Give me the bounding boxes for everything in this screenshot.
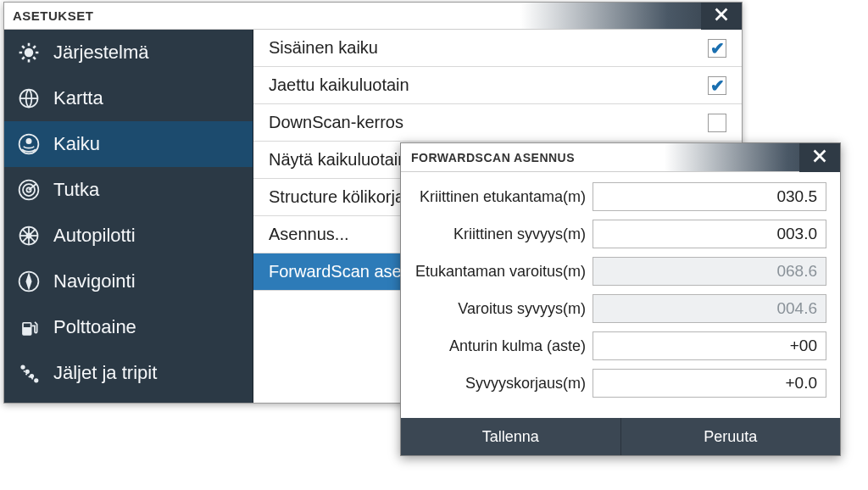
fuel-icon (16, 315, 42, 340)
field-label: Anturin kulma (aste) (415, 337, 593, 355)
field-input[interactable] (593, 369, 826, 398)
sidebar-item-label: Jäljet ja tripit (53, 362, 157, 384)
form-row: Etukantaman varoitus(m) (415, 257, 826, 286)
forwardscan-dialog: FORWARDSCAN ASENNUS Kriittinen etukantam… (400, 142, 841, 456)
compass-icon (16, 269, 42, 294)
sidebar-item-globe[interactable]: Kartta (4, 75, 253, 121)
list-row-label: DownScan-kerros (269, 113, 403, 132)
sidebar-item-label: Järjestelmä (53, 42, 148, 64)
form-row: Kriittinen etukantama(m) (415, 182, 826, 211)
forwardscan-title: FORWARDSCAN ASENNUS (401, 151, 575, 164)
field-label: Kriittinen etukantama(m) (415, 188, 593, 206)
form-row: Syvyyskorjaus(m) (415, 369, 826, 398)
cancel-button[interactable]: Peruuta (621, 418, 841, 455)
svg-point-2 (25, 49, 33, 57)
field-label: Varoitus syvyys(m) (415, 300, 593, 318)
settings-close-button[interactable] (701, 3, 742, 30)
tracks-icon (16, 360, 42, 386)
svg-point-5 (26, 139, 31, 143)
sidebar-item-label: Navigointi (53, 270, 136, 292)
list-row-label: Näytä kaikuluotain (269, 150, 407, 170)
svg-rect-18 (24, 324, 31, 327)
field-input (593, 294, 826, 323)
settings-title: ASETUKSET (4, 8, 93, 23)
list-row-label: Jaettu kaikuluotain (269, 75, 409, 95)
list-row-label: Asennus... (269, 225, 349, 244)
wheel-icon (16, 223, 42, 248)
svg-point-21 (31, 375, 34, 378)
list-row[interactable]: Jaettu kaikuluotain (253, 67, 742, 104)
list-row[interactable]: Sisäinen kaiku (253, 30, 742, 67)
field-input[interactable] (593, 331, 826, 360)
gear-icon (16, 40, 42, 65)
form-row: Anturin kulma (aste) (415, 331, 826, 360)
svg-point-20 (26, 370, 30, 374)
form-row: Varoitus syvyys(m) (415, 294, 826, 323)
close-icon (810, 147, 829, 169)
forwardscan-header: FORWARDSCAN ASENNUS (401, 143, 840, 172)
forwardscan-body: Kriittinen etukantama(m)Kriittinen syvyy… (401, 172, 840, 418)
list-row-label: Sisäinen kaiku (269, 38, 378, 58)
globe-icon (16, 86, 42, 111)
sidebar-item-gear[interactable]: Järjestelmä (4, 30, 253, 75)
sidebar-item-label: Autopilotti (53, 225, 136, 247)
sidebar-item-tracks[interactable]: Jäljet ja tripit (4, 350, 253, 396)
forwardscan-footer: Tallenna Peruuta (401, 418, 840, 455)
field-label: Etukantaman varoitus(m) (415, 263, 593, 281)
forwardscan-close-button[interactable] (799, 143, 840, 172)
sidebar-item-label: Tutka (53, 179, 99, 201)
sidebar-item-wheel[interactable]: Autopilotti (4, 213, 253, 259)
sidebar-item-compass[interactable]: Navigointi (4, 259, 253, 304)
sidebar: JärjestelmäKarttaKaikuTutkaAutopilottiNa… (4, 30, 253, 403)
field-input[interactable] (593, 182, 826, 211)
close-icon (712, 5, 731, 27)
save-button[interactable]: Tallenna (401, 418, 621, 455)
field-label: Syvyyskorjaus(m) (415, 375, 593, 393)
checkbox[interactable] (708, 114, 726, 132)
sidebar-item-label: Kartta (53, 87, 103, 109)
radar-icon (16, 177, 42, 203)
list-row[interactable]: DownScan-kerros (253, 104, 742, 142)
field-input[interactable] (593, 220, 826, 248)
settings-header: ASETUKSET (4, 3, 742, 30)
sidebar-item-sonar[interactable]: Kaiku (4, 121, 253, 167)
sonar-icon (16, 131, 42, 157)
list-row-label: Structure kölikorjaus (269, 187, 422, 207)
sidebar-item-radar[interactable]: Tutka (4, 167, 253, 213)
checkbox[interactable] (708, 39, 726, 58)
form-row: Kriittinen syvyys(m) (415, 220, 826, 248)
checkbox[interactable] (708, 76, 726, 95)
sidebar-item-fuel[interactable]: Polttoaine (4, 304, 253, 350)
field-input (593, 257, 826, 286)
field-label: Kriittinen syvyys(m) (415, 226, 593, 243)
sidebar-item-label: Polttoaine (53, 316, 136, 338)
sidebar-item-label: Kaiku (53, 133, 100, 155)
